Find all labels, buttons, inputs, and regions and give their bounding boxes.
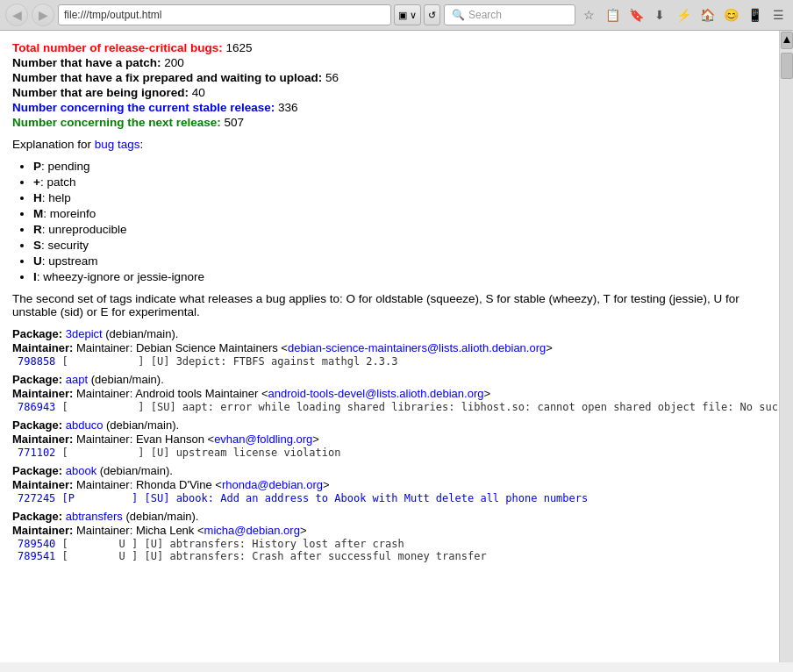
package-section: Package: 3depict (debian/main). Maintain… (12, 327, 761, 562)
bug-id-link[interactable]: 789540 (18, 538, 55, 550)
release-note: The second set of tags indicate what rel… (12, 292, 761, 318)
pkg-name-line: Package: abook (debian/main). (12, 464, 761, 477)
stable-line: Number concerning the current stable rel… (12, 101, 761, 114)
scrollbar-up-arrow[interactable]: ▲ (781, 32, 793, 49)
tag-H: H: help (33, 191, 761, 204)
maintainer-email-link[interactable]: rhonda@debian.org (222, 478, 323, 491)
tag-R: R: unreproducible (33, 223, 761, 236)
menu-icon[interactable]: ☰ (768, 5, 788, 25)
ignored-line: Number that are being ignored: 40 (12, 86, 761, 99)
total-bugs-line: Total number of release-critical bugs: 1… (12, 41, 761, 54)
bug-line: 771102 [ ] [U] upstream license violatio… (18, 447, 761, 459)
pkg-maintainer-line: Maintainer: Maintainer: Android tools Ma… (12, 387, 761, 400)
flash-icon[interactable]: ⚡ (674, 5, 693, 25)
search-icon: 🔍 (452, 9, 465, 21)
page-content: Total number of release-critical bugs: 1… (0, 31, 779, 662)
scrollbar[interactable]: ▲ (779, 31, 793, 662)
next-line: Number concerning the next release: 507 (12, 116, 761, 129)
pkg-maintainer-line: Maintainer: Maintainer: Debian Science M… (12, 341, 761, 354)
maintainer-email-link[interactable]: micha@debian.org (204, 524, 300, 537)
forward-button[interactable]: ▶ (32, 4, 54, 26)
package-entry-abduco: Package: abduco (debian/main). Maintaine… (12, 418, 761, 459)
pkg-name-link[interactable]: abook (66, 464, 96, 477)
star-icon[interactable]: ☆ (579, 5, 598, 25)
bug-line: 798858 [ ] [U] 3depict: FTBFS against ma… (18, 355, 761, 368)
bug-line: 789540 [ U ] [U] abtransfers: History lo… (18, 538, 761, 550)
clipboard-icon[interactable]: 📋 (603, 5, 622, 25)
address-bar-area: file:///tmp/output.html ▣ ∨ ↺ (58, 4, 440, 25)
maintainer-email-link[interactable]: debian-science-maintainers@lists.alioth.… (288, 341, 546, 354)
bug-id-link[interactable]: 771102 (18, 447, 55, 459)
explanation-suffix: : (140, 138, 144, 151)
scrollbar-thumb[interactable] (781, 53, 793, 79)
pkg-name-line: Package: 3depict (debian/main). (12, 327, 761, 340)
tag-U: U: upstream (33, 254, 761, 268)
pkg-maintainer-line: Maintainer: Maintainer: Evan Hanson <evh… (12, 433, 761, 446)
tag-plus: +: patch (33, 175, 761, 189)
whatsapp-icon[interactable]: 📱 (745, 5, 764, 25)
tag-M: M: moreinfo (33, 207, 761, 220)
tag-I: I: wheezy-ignore or jessie-ignore (33, 270, 761, 283)
tag-S: S: security (33, 239, 761, 252)
pkg-name-link[interactable]: abduco (66, 418, 104, 432)
download-icon[interactable]: ⬇ (650, 5, 669, 25)
pkg-name-link[interactable]: 3depict (66, 327, 103, 340)
explanation: Explanation for bug tags: (12, 138, 761, 151)
pkg-name-line: Package: abduco (debian/main). (12, 418, 761, 432)
pkg-maintainer-line: Maintainer: Maintainer: Rhonda D'Vine <r… (12, 478, 761, 491)
bug-line: 789541 [ U ] [U] abtransfers: Crash afte… (18, 550, 761, 562)
maintainer-email-link[interactable]: evhan@foldling.org (214, 433, 312, 446)
bug-line: 786943 [ ] [SU] aapt: error while loadin… (18, 401, 761, 413)
search-bar[interactable]: 🔍 Search (444, 4, 575, 25)
stats-section: Total number of release-critical bugs: 1… (12, 41, 761, 129)
tag-P: P: pending (33, 160, 761, 173)
bug-id-link[interactable]: 727245 (18, 492, 55, 504)
pkg-name-link[interactable]: aapt (66, 373, 88, 386)
package-entry-abtransfers: Package: abtransfers (debian/main). Main… (12, 510, 761, 562)
home-icon[interactable]: 🏠 (697, 5, 717, 25)
patch-line: Number that have a patch: 200 (12, 56, 761, 69)
search-placeholder: Search (468, 9, 502, 21)
maintainer-email-link[interactable]: android-tools-devel@lists.alioth.debian.… (268, 387, 484, 400)
browser-chrome: ◀ ▶ file:///tmp/output.html ▣ ∨ ↺ 🔍 Sear… (0, 0, 793, 31)
url-bar[interactable]: file:///tmp/output.html (58, 4, 391, 25)
bookmark-icon[interactable]: 🔖 (626, 5, 646, 25)
bug-id-link[interactable]: 789541 (18, 550, 55, 562)
pkg-maintainer-line: Maintainer: Maintainer: Micha Lenk <mich… (12, 524, 761, 537)
tag-list: P: pending +: patch H: help M: moreinfo … (33, 160, 761, 283)
toolbar: ◀ ▶ file:///tmp/output.html ▣ ∨ ↺ 🔍 Sear… (0, 0, 793, 30)
reload-button[interactable]: ↺ (424, 4, 440, 25)
bug-tags-link[interactable]: bug tags (95, 138, 140, 151)
back-button[interactable]: ◀ (5, 4, 28, 26)
toolbar-icons: ☆ 📋 🔖 ⬇ ⚡ 🏠 😊 📱 ☰ (579, 5, 788, 25)
package-entry-3depict: Package: 3depict (debian/main). Maintain… (12, 327, 761, 368)
explanation-prefix: Explanation for (12, 138, 95, 151)
pkg-name-link[interactable]: abtransfers (66, 510, 123, 523)
view-button[interactable]: ▣ ∨ (394, 4, 421, 25)
pkg-name-line: Package: aapt (debian/main). (12, 373, 761, 386)
bug-id-link[interactable]: 786943 (18, 401, 55, 413)
fix-line: Number that have a fix prepared and wait… (12, 71, 761, 84)
pkg-name-line: Package: abtransfers (debian/main). (12, 510, 761, 523)
bug-id-link[interactable]: 798858 (18, 355, 55, 368)
face-icon[interactable]: 😊 (721, 5, 740, 25)
bug-line: 727245 [P ] [SU] abook: Add an address t… (18, 492, 761, 504)
package-entry-aapt: Package: aapt (debian/main). Maintainer:… (12, 373, 761, 413)
package-entry-abook: Package: abook (debian/main). Maintainer… (12, 464, 761, 504)
url-text: file:///tmp/output.html (64, 9, 161, 21)
